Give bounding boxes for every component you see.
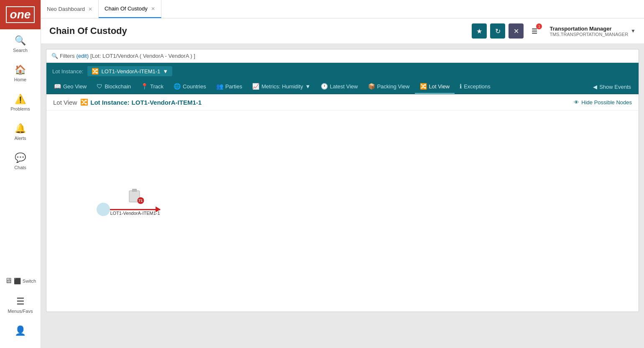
nav-tab-label-parties: Parties: [225, 83, 242, 90]
tab-close-neo-dashboard[interactable]: ✕: [88, 6, 92, 12]
sidebar-item-chats[interactable]: 💬 Chats: [0, 147, 41, 176]
lot-view-instance: 🔀 Lot Instance: LOT1-VendorA-ITEM1-1: [80, 98, 202, 106]
sidebar-label-home: Home: [14, 77, 26, 82]
problems-icon: ⚠️: [15, 94, 26, 105]
sidebar: one 🔍 Search 🏠 Home ⚠️ Problems 🔔 Alerts…: [0, 0, 41, 348]
close-tab-button[interactable]: ✕: [509, 23, 524, 39]
sidebar-label-problems: Problems: [10, 106, 30, 111]
switch-icon-1: 🖥: [5, 276, 12, 285]
user-chevron-icon: ▼: [631, 28, 636, 34]
user-role: TMS.TRANSPORTATION_MANAGER: [549, 32, 628, 37]
sidebar-item-alerts[interactable]: 🔔 Alerts: [0, 117, 41, 147]
filter-bar: 🔍 Filters (edit) [Lot: LOT1/VendorA ( Ve…: [46, 49, 639, 63]
lot-node[interactable]: 71 LOT1-VendorA-ITEM1-1: [110, 191, 160, 216]
lot-instance-value: LOT1-VendorA-ITEM1-1: [101, 68, 160, 75]
lot-view-icon: 🔀: [420, 83, 427, 90]
sidebar-item-menus[interactable]: ☰ Menus/Favs: [0, 290, 41, 320]
sidebar-item-search[interactable]: 🔍 Search: [0, 29, 41, 59]
lot-instance-bar: Lot Instance: 🔀 LOT1-VendorA-ITEM1-1 ▼: [46, 63, 639, 80]
nav-tab-packing-view[interactable]: 📦 Packing View: [363, 80, 415, 94]
nav-tabs: 📖 Geo View 🛡 Blockchain 📍 Track 🌐 Countr…: [46, 80, 639, 94]
sidebar-label-alerts: Alerts: [14, 136, 26, 141]
lot-instance-label: Lot Instance:: [52, 68, 83, 75]
sidebar-item-problems[interactable]: ⚠️ Problems: [0, 88, 41, 117]
show-events-button[interactable]: ◀ Show Events: [588, 80, 636, 93]
header-actions: ★ ↻ ✕ ☰ 1 Transportation Manager TMS.TRA…: [472, 23, 636, 39]
show-events-chevron-icon: ◀: [593, 84, 597, 90]
sidebar-label-chats: Chats: [14, 165, 26, 170]
page-title: Chain Of Custody: [49, 26, 127, 36]
sidebar-item-home[interactable]: 🏠 Home: [0, 59, 41, 88]
metrics-icon: 📈: [252, 83, 259, 90]
tab-bar: Neo Dashboard ✕ Chain Of Custody ✕: [41, 0, 644, 18]
nav-tab-exceptions[interactable]: ℹ Exceptions: [455, 80, 496, 94]
page-header: Chain Of Custody ★ ↻ ✕ ☰ 1 Transportatio…: [41, 18, 644, 44]
nav-tab-label-exceptions: Exceptions: [464, 83, 491, 90]
hide-nodes-label: Hide Possible Nodes: [581, 99, 632, 106]
refresh-button[interactable]: ↻: [490, 23, 505, 39]
favorite-button[interactable]: ★: [472, 23, 487, 39]
geo-view-icon: 📖: [54, 83, 61, 90]
nav-tab-latest-view[interactable]: 🕐 Latest View: [316, 80, 363, 94]
diagram-area: 71 LOT1-VendorA-ITEM1-1: [46, 111, 639, 312]
chats-icon: 💬: [15, 152, 26, 163]
notification-badge: 1: [536, 23, 542, 29]
nav-tab-parties[interactable]: 👥 Parties: [211, 80, 247, 94]
logo-text: one: [6, 6, 35, 23]
notification-button[interactable]: ☰ 1: [527, 23, 542, 39]
avatar-icon: 👤: [15, 325, 26, 336]
sidebar-item-switch[interactable]: 🖥 ⬛ Switch: [0, 271, 41, 290]
show-events-label: Show Events: [599, 84, 631, 90]
lot-view-header: Lot View 🔀 Lot Instance: LOT1-VendorA-IT…: [46, 94, 639, 111]
sidebar-label-switch: Switch: [23, 278, 36, 284]
nav-tab-label-track: Track: [150, 83, 164, 90]
nav-tab-label-blockchain: Blockchain: [105, 83, 131, 90]
lot-diagram: 71 LOT1-VendorA-ITEM1-1: [97, 203, 160, 216]
lot-node-label: LOT1-VendorA-ITEM1-1: [110, 211, 160, 216]
lot-view-instance-icon: 🔀: [80, 98, 88, 106]
tab-label-chain-of-custody: Chain Of Custody: [105, 5, 148, 12]
sidebar-bottom: 🖥 ⬛ Switch ☰ Menus/Favs 👤: [0, 271, 41, 348]
lot-view-instance-value: LOT1-VendorA-ITEM1-1: [132, 99, 202, 106]
nav-tab-label-countries: Countries: [183, 83, 206, 90]
lot-arrow-line: 71 LOT1-VendorA-ITEM1-1: [110, 209, 160, 210]
tab-chain-of-custody[interactable]: Chain Of Custody ✕: [99, 0, 161, 18]
hide-nodes-icon: 👁: [574, 99, 579, 106]
nav-tab-metrics-humidity[interactable]: 📈 Metrics: Humidity ▼: [247, 80, 316, 94]
lot-view-title: Lot View 🔀 Lot Instance: LOT1-VendorA-IT…: [53, 98, 202, 106]
nav-tab-label-packing-view: Packing View: [377, 83, 410, 90]
nav-tab-lot-view[interactable]: 🔀 Lot View: [415, 80, 455, 94]
app-logo[interactable]: one: [0, 0, 41, 29]
filter-icon: 🔍: [51, 53, 58, 59]
content-area: 🔍 Filters (edit) [Lot: LOT1/VendorA ( Ve…: [41, 44, 644, 348]
hide-nodes-button[interactable]: 👁 Hide Possible Nodes: [574, 99, 632, 106]
nav-tab-label-geo-view: Geo View: [63, 83, 87, 90]
home-icon: 🏠: [15, 64, 26, 75]
nav-tabs-right: ◀ Show Events: [588, 80, 636, 93]
sidebar-nav: 🔍 Search 🏠 Home ⚠️ Problems 🔔 Alerts 💬 C…: [0, 29, 41, 271]
lot-node-icon: 71: [129, 191, 141, 203]
tab-neo-dashboard[interactable]: Neo Dashboard ✕: [41, 0, 99, 18]
lot-instance-selector[interactable]: 🔀 LOT1-VendorA-ITEM1-1 ▼: [87, 66, 172, 76]
nav-tab-countries[interactable]: 🌐 Countries: [169, 80, 211, 94]
main-area: Neo Dashboard ✕ Chain Of Custody ✕ Chain…: [41, 0, 644, 348]
sidebar-item-user-avatar[interactable]: 👤: [0, 320, 41, 344]
content-card: 🔍 Filters (edit) [Lot: LOT1/VendorA ( Ve…: [46, 49, 639, 312]
nav-tab-blockchain[interactable]: 🛡 Blockchain: [92, 80, 136, 94]
packing-view-icon: 📦: [368, 83, 375, 90]
metrics-chevron-icon: ▼: [305, 83, 311, 90]
user-name: Transportation Manager: [549, 26, 628, 32]
nav-tab-label-latest-view: Latest View: [330, 83, 358, 90]
lot-selector-chevron-icon: ▼: [163, 68, 168, 75]
nav-tab-label-metrics: Metrics: Humidity: [261, 83, 303, 90]
tab-close-chain-of-custody[interactable]: ✕: [151, 6, 155, 12]
search-icon: 🔍: [15, 35, 26, 46]
nav-tab-geo-view[interactable]: 📖 Geo View: [49, 80, 92, 94]
lot-selector-icon: 🔀: [92, 68, 99, 75]
latest-view-icon: 🕐: [321, 83, 328, 90]
lot-start-circle: [97, 203, 110, 216]
filter-edit-button[interactable]: (edit): [76, 53, 89, 59]
lot-view-instance-label: Lot Instance:: [90, 99, 129, 106]
nav-tab-track[interactable]: 📍 Track: [136, 80, 169, 94]
user-info[interactable]: Transportation Manager TMS.TRANSPORTATIO…: [549, 26, 636, 37]
